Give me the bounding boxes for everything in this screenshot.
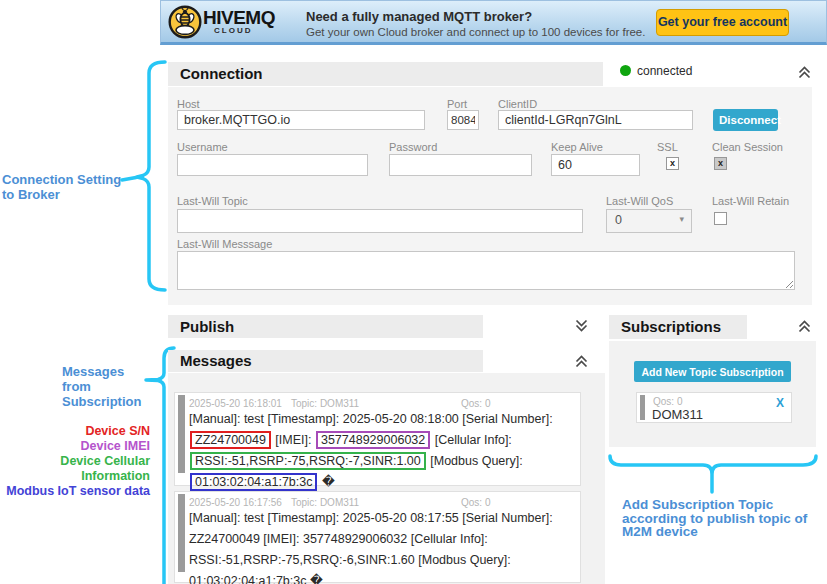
payload-line: 01:03:02:04:a1:7b:3c � [189, 571, 553, 584]
brand-sub-label: CLOUD [214, 26, 252, 35]
message-timestamp: 2025-05-20 16:18:01 [189, 398, 282, 409]
host-input[interactable] [177, 110, 425, 130]
connection-status-text: connected [637, 64, 692, 78]
connection-header-bar: Connection [168, 62, 603, 86]
host-label: Host [177, 98, 200, 110]
annotation-line: M2M device [622, 525, 822, 539]
collapse-messages-button[interactable] [574, 354, 590, 370]
subscriptions-header-bar: Subscriptions [609, 315, 747, 339]
subscriptions-brace-annotation [608, 452, 820, 498]
clean-session-check-mark: x [718, 158, 723, 168]
port-label: Port [447, 98, 467, 110]
chevron-double-down-icon [574, 318, 589, 333]
subscription-topic-card: Qos: 0 X DOM311 [636, 392, 792, 423]
modbus-query-highlight: 01:03:02:04:a1:7b:3c [190, 473, 317, 491]
subscription-qos: Qos: 0 [653, 396, 682, 407]
message-payload: [Manual]: test [Timestamp]: 2025-05-20 0… [189, 508, 553, 584]
remove-subscription-button[interactable]: X [776, 396, 784, 410]
payload-text: � [318, 475, 334, 489]
legend-device-cellular: Device Cellular Information [0, 454, 150, 484]
message-topic: Topic: DOM311 [291, 497, 359, 508]
annotation-line: according to publish topic of [622, 512, 822, 526]
payload-text: [Modbus Query]: [427, 454, 523, 468]
legend-modbus-data: Modbus IoT sensor data [0, 484, 150, 499]
port-input[interactable] [447, 110, 479, 130]
last-will-qos-select[interactable]: 0 ▾ [606, 209, 692, 233]
subscription-topic-name: DOM311 [652, 407, 703, 422]
last-will-qos-label: Last-Will QoS [606, 195, 673, 207]
subscription-left-bar [640, 395, 645, 420]
add-subscription-annotation: Add Subscription Topic according to publ… [622, 498, 822, 539]
message-field-legend: Device S/N Device IMEI Device Cellular I… [0, 424, 150, 499]
connection-title: Connection [168, 62, 603, 86]
message-left-bar [178, 494, 185, 572]
payload-text: [Cellular Info]: [431, 433, 512, 447]
last-will-message-textarea[interactable] [177, 251, 795, 290]
chevron-double-up-icon [797, 65, 812, 80]
cellular-info-highlight: RSSI:-51,RSRP:-75,RSRQ:-7,SINR:1.00 [190, 452, 426, 470]
password-label: Password [389, 141, 437, 153]
chevron-double-up-icon [574, 354, 589, 369]
collapse-connection-button[interactable] [797, 65, 813, 81]
hivemq-bee-logo-icon[interactable] [168, 5, 202, 39]
connection-brace-annotation [120, 58, 172, 296]
last-will-retain-label: Last-Will Retain [712, 195, 789, 207]
payload-text: [IMEI]: [272, 433, 315, 447]
message-card: 2025-05-20 16:18:01 Topic: DOM311 Qos: 0… [174, 392, 581, 486]
payload-line: ZZ24700049 [IMEI]: 357748929006032 [Cell… [189, 529, 553, 550]
banner-subtitle: Get your own Cloud broker and connect up… [306, 26, 645, 38]
last-will-message-label: Last-Will Messsage [177, 238, 272, 250]
payload-line: RSSI:-51,RSRP:-75,RSRQ:-7,SINR:1.00 [Mod… [189, 451, 553, 472]
payload-line: 01:03:02:04:a1:7b:3c � [189, 472, 553, 493]
message-payload: [Manual]: test [Timestamp]: 2025-05-20 0… [189, 409, 553, 493]
clean-session-label: Clean Session [712, 141, 783, 153]
banner-headline: Need a fully managed MQTT broker? [306, 9, 532, 24]
get-free-account-button[interactable]: Get your free account [656, 9, 789, 36]
expand-publish-button[interactable] [574, 318, 590, 334]
legend-device-imei: Device IMEI [0, 439, 150, 454]
subscriptions-title: Subscriptions [609, 315, 747, 339]
message-qos: Qos: 0 [461, 398, 490, 409]
add-topic-subscription-button[interactable]: Add New Topic Subscription [634, 361, 791, 382]
mqtt-websocket-client-screen: HIVEMQ CLOUD Need a fully managed MQTT b… [0, 0, 827, 584]
last-will-topic-input[interactable] [177, 209, 583, 233]
message-topic: Topic: DOM311 [291, 398, 359, 409]
clean-session-checkbox[interactable]: x [714, 157, 727, 170]
payload-line: [Manual]: test [Timestamp]: 2025-05-20 0… [189, 508, 553, 529]
collapse-subscriptions-button[interactable] [797, 319, 813, 335]
payload-line: RSSI:-51,RSRP:-75,RSRQ:-6,SINR:1.60 [Mod… [189, 550, 553, 571]
clientid-label: ClientID [498, 98, 537, 110]
message-timestamp: 2025-05-20 16:17:56 [189, 497, 282, 508]
last-will-retain-checkbox[interactable] [714, 212, 727, 225]
messages-header-bar: Messages [168, 350, 483, 372]
last-will-qos-value: 0 [615, 213, 622, 227]
textarea-resize-handle-icon[interactable] [785, 280, 794, 289]
disconnect-button[interactable]: Disconnect [713, 109, 778, 131]
legend-device-sn: Device S/N [0, 424, 150, 439]
annotation-line: Add Subscription Topic [622, 498, 822, 512]
publish-header-bar: Publish [168, 315, 483, 338]
ssl-checkbox[interactable]: x [666, 157, 679, 170]
keep-alive-input[interactable] [551, 154, 640, 176]
message-left-bar [178, 395, 185, 473]
hivemq-banner: HIVEMQ CLOUD Need a fully managed MQTT b… [160, 0, 827, 45]
password-input[interactable] [389, 154, 532, 176]
payload-line: ZZ24700049 [IMEI]: 357748929006032 [Cell… [189, 430, 553, 451]
imei-highlight: 357748929006032 [316, 431, 430, 449]
messages-title: Messages [168, 350, 483, 372]
publish-title: Publish [168, 315, 483, 338]
last-will-topic-label: Last-Will Topic [177, 195, 248, 207]
caret-down-icon: ▾ [679, 214, 684, 224]
message-qos: Qos: 0 [461, 497, 490, 508]
ssl-check-mark: x [670, 158, 675, 168]
clientid-input[interactable] [498, 110, 693, 130]
connected-status-dot [620, 65, 631, 76]
payload-line: [Manual]: test [Timestamp]: 2025-05-20 0… [189, 409, 553, 430]
keep-alive-label: Keep Alive [551, 141, 603, 153]
username-input[interactable] [177, 154, 368, 176]
chevron-double-up-icon [797, 319, 812, 334]
serial-number-highlight: ZZ24700049 [190, 431, 271, 449]
ssl-label: SSL [657, 141, 678, 153]
message-card: 2025-05-20 16:17:56 Topic: DOM311 Qos: 0… [174, 491, 581, 583]
username-label: Username [177, 141, 228, 153]
